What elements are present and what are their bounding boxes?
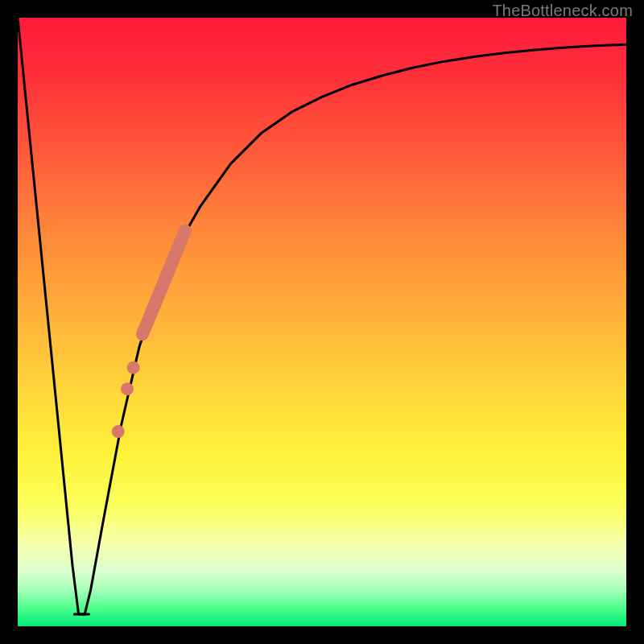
plot-area bbox=[18, 18, 626, 626]
highlight-dot bbox=[112, 425, 125, 438]
highlight-dot bbox=[127, 361, 140, 374]
points-layer bbox=[18, 18, 626, 626]
highlight-band bbox=[142, 231, 185, 335]
highlight-dot bbox=[121, 382, 134, 395]
chart-stage: TheBottleneck.com bbox=[0, 0, 644, 644]
highlight-dots bbox=[112, 361, 140, 438]
